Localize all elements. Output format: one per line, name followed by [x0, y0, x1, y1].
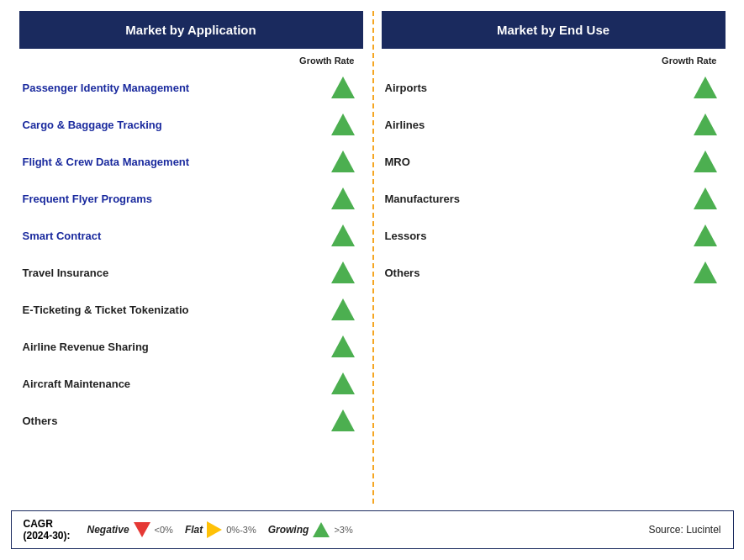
item-label: Airline Revenue Sharing — [23, 341, 331, 353]
arrow-up-icon — [331, 372, 355, 394]
main-container: Market by Application Growth Rate Passen… — [11, 11, 734, 549]
arrow-up-icon — [331, 188, 355, 209]
left-panel-header: Market by Application — [19, 11, 363, 49]
legend-negative-label: Negative — [87, 524, 129, 536]
legend-negative-range: <0% — [155, 525, 173, 535]
item-label: Airlines — [385, 119, 694, 131]
list-item: Flight & Crew Data Management — [19, 143, 363, 180]
legend-growing-label: Growing — [268, 524, 309, 536]
divider — [372, 11, 373, 504]
dashed-line — [372, 11, 374, 504]
list-item: Lessors — [382, 217, 726, 254]
arrow-down-icon — [134, 522, 150, 537]
item-label: Lessors — [385, 230, 694, 242]
item-label: Aircraft Maintenance — [23, 378, 331, 390]
right-growth-rate-label: Growth Rate — [382, 55, 726, 66]
legend-growing-range: >3% — [334, 525, 352, 535]
item-label: Travel Insurance — [23, 267, 331, 279]
legend-growing: Growing >3% — [268, 522, 353, 537]
right-panel-header: Market by End Use — [382, 11, 726, 49]
item-label: E-Ticketing & Ticket Tokenizatio — [23, 304, 331, 316]
arrow-up-icon — [694, 114, 717, 135]
item-label: Others — [23, 415, 331, 427]
list-item: Smart Contract — [19, 217, 363, 254]
legend-flat: Flat 0%-3% — [185, 521, 256, 538]
arrow-up-icon — [331, 409, 355, 431]
arrow-up-icon — [694, 262, 717, 283]
arrow-up-icon — [694, 77, 717, 98]
arrow-right-icon — [207, 521, 222, 538]
right-panel: Market by End Use Growth Rate Airports A… — [373, 11, 734, 504]
left-growth-rate-label: Growth Rate — [19, 55, 363, 66]
list-item: Travel Insurance — [19, 254, 363, 291]
item-label: Others — [385, 267, 694, 279]
list-item: Others — [19, 402, 363, 439]
arrow-up-sm-icon — [313, 522, 330, 537]
item-label: Cargo & Baggage Tracking — [23, 119, 331, 131]
arrow-up-icon — [331, 114, 355, 135]
list-item: Aircraft Maintenance — [19, 365, 363, 402]
left-panel: Market by Application Growth Rate Passen… — [11, 11, 372, 504]
list-item: Passenger Identity Management — [19, 69, 363, 106]
list-item: MRO — [382, 143, 726, 180]
item-label: Smart Contract — [23, 230, 331, 242]
arrow-up-icon — [331, 262, 355, 283]
list-item: Manufacturers — [382, 180, 726, 217]
list-item: Airlines — [382, 106, 726, 143]
legend-flat-label: Flat — [185, 524, 203, 536]
arrow-up-icon — [694, 188, 717, 209]
legend-negative: Negative <0% — [87, 522, 173, 537]
list-item: Frequent Flyer Programs — [19, 180, 363, 217]
list-item: Airports — [382, 69, 726, 106]
footer: CAGR(2024-30): Negative <0% Flat 0%-3% G… — [11, 510, 734, 549]
item-label: Flight & Crew Data Management — [23, 156, 331, 168]
panels-container: Market by Application Growth Rate Passen… — [11, 11, 734, 504]
item-label: Airports — [385, 82, 694, 94]
arrow-up-icon — [331, 225, 355, 246]
list-item: Cargo & Baggage Tracking — [19, 106, 363, 143]
item-label: Frequent Flyer Programs — [23, 193, 331, 205]
arrow-up-icon — [331, 151, 355, 172]
arrow-up-icon — [694, 225, 717, 246]
item-label: Passenger Identity Management — [23, 82, 331, 94]
list-item: Others — [382, 254, 726, 291]
source-label: Source: Lucintel — [648, 524, 720, 536]
legend-flat-range: 0%-3% — [226, 525, 256, 535]
arrow-up-icon — [331, 335, 355, 357]
legend-area: CAGR(2024-30): Negative <0% Flat 0%-3% G… — [24, 518, 353, 542]
cagr-label: CAGR(2024-30): — [24, 518, 71, 542]
item-label: Manufacturers — [385, 193, 694, 205]
list-item: E-Ticketing & Ticket Tokenizatio — [19, 291, 363, 328]
arrow-up-icon — [331, 298, 355, 320]
arrow-up-icon — [331, 77, 355, 98]
list-item: Airline Revenue Sharing — [19, 328, 363, 365]
arrow-up-icon — [694, 151, 717, 172]
item-label: MRO — [385, 156, 694, 168]
